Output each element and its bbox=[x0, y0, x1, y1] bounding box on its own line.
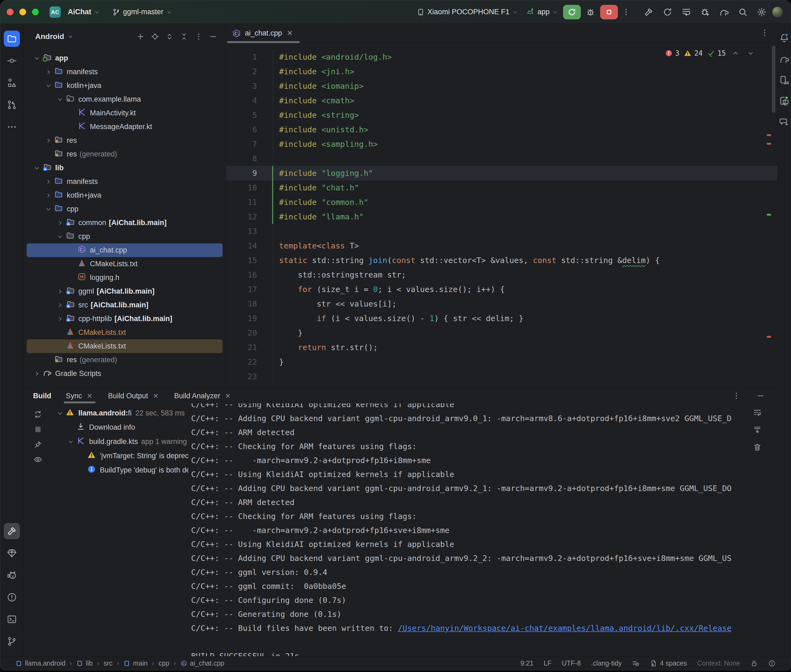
project-folder-tool-button[interactable] bbox=[4, 30, 20, 47]
code-line-4[interactable]: 4#include <cmath> bbox=[226, 93, 778, 108]
build-output-path-link[interactable]: /Users/hanyin/Workspace/ai-chat/examples… bbox=[398, 624, 732, 633]
code-line-9[interactable]: 9#include "logging.h" bbox=[226, 166, 778, 181]
status-unlock[interactable] bbox=[750, 660, 758, 667]
project-view-selector[interactable]: Android bbox=[34, 32, 75, 41]
code-line-14[interactable]: 14template<class T> bbox=[226, 238, 778, 253]
tree-item-logging-h[interactable]: logging.h bbox=[27, 271, 223, 285]
tree-item-kotlin-java[interactable]: kotlin+java bbox=[27, 189, 223, 202]
tree-item-gradle-scripts[interactable]: Gradle Scripts bbox=[27, 367, 223, 381]
notifications-tool-button[interactable] bbox=[778, 30, 790, 46]
code-line-8[interactable]: 8 bbox=[226, 151, 778, 166]
tree-item-cmakelists-txt[interactable]: CMakeLists.txt bbox=[27, 339, 223, 353]
tree-item-cpp[interactable]: cpp bbox=[27, 230, 223, 243]
code-line-6[interactable]: 6#include <unistd.h> bbox=[226, 122, 778, 137]
status-context-none[interactable]: Context: None bbox=[697, 659, 740, 667]
running-devices-tool-button[interactable] bbox=[778, 94, 790, 109]
editor-options-button[interactable] bbox=[759, 28, 770, 38]
terminal-tool-button[interactable] bbox=[4, 611, 20, 627]
tree-item-manifests[interactable]: manifests bbox=[27, 65, 223, 79]
breadcrumb-src[interactable]: src bbox=[104, 659, 112, 667]
pull-requests-tool-button[interactable] bbox=[4, 97, 20, 113]
kebab-button[interactable] bbox=[730, 390, 743, 402]
structure-tool-button[interactable] bbox=[4, 75, 20, 91]
status-9-21[interactable]: 9:21 bbox=[520, 659, 533, 667]
soft-wrap-button[interactable] bbox=[751, 406, 764, 419]
profiler-cat-tool-button[interactable] bbox=[4, 567, 20, 583]
previous-problem-button[interactable] bbox=[730, 49, 741, 57]
code-line-2[interactable]: 2#include <jni.h> bbox=[226, 64, 778, 79]
tree-item-cpp-httplib[interactable]: cpp-httplib[AiChat.lib.main] bbox=[27, 312, 223, 326]
build-tab-build-output[interactable]: Build Output✕ bbox=[106, 388, 162, 403]
settings-button[interactable] bbox=[754, 5, 769, 19]
code-line-11[interactable]: 11#include "common.h" bbox=[226, 195, 778, 210]
commit-tool-button[interactable] bbox=[4, 53, 20, 69]
breadcrumb-ai-chat-cpp[interactable]: Cai_chat.cpp bbox=[180, 659, 225, 667]
avatar[interactable] bbox=[772, 6, 783, 18]
code-line-15[interactable]: 15static std::string join(const std::vec… bbox=[226, 253, 778, 267]
change-stripe-mark[interactable] bbox=[767, 214, 771, 216]
device-selector[interactable]: Xiaomi POCOPHONE F1 bbox=[414, 6, 521, 18]
project-selector[interactable]: AiChat bbox=[65, 6, 103, 18]
code-line-20[interactable]: 20 } bbox=[226, 326, 778, 340]
eye-button[interactable] bbox=[32, 453, 44, 466]
build-tree-item-llama-android[interactable]: llama.android: fi22 sec, 583 ms bbox=[53, 406, 188, 420]
problems-tool-button[interactable] bbox=[4, 589, 20, 605]
profiler-button[interactable] bbox=[698, 5, 713, 19]
build-tab-build-analyzer[interactable]: Build Analyzer✕ bbox=[172, 388, 234, 403]
errors-indicator[interactable]: 3 bbox=[665, 49, 680, 57]
breadcrumb-lib[interactable]: lib bbox=[76, 659, 93, 667]
expand-all-button[interactable] bbox=[164, 30, 176, 43]
stop-square-button[interactable] bbox=[32, 423, 44, 436]
branch-selector[interactable]: ggml-master bbox=[109, 6, 175, 18]
close-tab-button[interactable]: ✕ bbox=[86, 392, 94, 400]
run-configuration-selector[interactable]: app bbox=[523, 5, 561, 19]
code-line-18[interactable]: 18 str << values[i]; bbox=[226, 297, 778, 311]
minimize-window-button[interactable] bbox=[19, 9, 26, 15]
tree-item-messageadapter-kt[interactable]: MessageAdapter.kt bbox=[27, 120, 223, 134]
minimize-button[interactable] bbox=[754, 390, 767, 402]
tree-item-cpp[interactable]: cpp bbox=[27, 202, 223, 216]
device-manager-tool-button[interactable] bbox=[778, 73, 790, 88]
more-tool-button[interactable] bbox=[4, 119, 20, 135]
version-control-tool-button[interactable] bbox=[4, 633, 20, 650]
run-configurations-button[interactable] bbox=[679, 5, 694, 19]
tree-item-kotlin-java[interactable]: kotlin+java bbox=[27, 79, 223, 93]
tree-item-lib[interactable]: lib bbox=[27, 161, 223, 175]
tree-item-ggml[interactable]: ggml[AiChat.lib.main] bbox=[27, 285, 223, 298]
gradle-tool-button[interactable] bbox=[778, 52, 790, 67]
code-line-5[interactable]: 5#include <string> bbox=[226, 108, 778, 122]
passed-indicator[interactable]: 15 bbox=[707, 49, 726, 57]
kebab-button[interactable] bbox=[193, 30, 205, 43]
locate-button[interactable] bbox=[149, 30, 161, 43]
warnings-indicator[interactable]: 24 bbox=[684, 49, 703, 57]
build-tree-item-download-info[interactable]: Download info bbox=[53, 420, 188, 435]
code-line-21[interactable]: 21 return str.str(); bbox=[226, 340, 778, 355]
gradle-button[interactable] bbox=[716, 5, 732, 19]
trash-button[interactable] bbox=[751, 441, 764, 453]
code-line-19[interactable]: 19 if (i < values.size() - 1) { str << d… bbox=[226, 311, 778, 326]
tree-item-ai-chat-cpp[interactable]: Cai_chat.cpp bbox=[27, 243, 223, 257]
status-lf[interactable]: LF bbox=[544, 659, 552, 667]
status-clang-tidy[interactable]: .clang-tidy bbox=[591, 659, 622, 667]
debug-button[interactable] bbox=[583, 5, 598, 19]
next-problem-button[interactable] bbox=[745, 49, 756, 57]
editor-scrollbar[interactable] bbox=[772, 45, 775, 113]
tree-item-cmakelists-txt[interactable]: CMakeLists.txt bbox=[27, 257, 223, 271]
error-stripe-mark[interactable] bbox=[767, 134, 771, 136]
close-tab-button[interactable]: ✕ bbox=[152, 392, 160, 400]
zoom-window-button[interactable] bbox=[32, 9, 39, 15]
code-line-3[interactable]: 3#include <iomanip> bbox=[226, 79, 778, 93]
hammer-tool-button[interactable] bbox=[4, 523, 20, 539]
tree-item-res[interactable]: res(generated) bbox=[27, 147, 223, 161]
plus-button[interactable] bbox=[134, 30, 147, 43]
gemini-tool-button[interactable] bbox=[778, 115, 790, 130]
error-stripe-mark[interactable] bbox=[767, 143, 771, 145]
breadcrumb-llama-android[interactable]: llama.android bbox=[15, 659, 66, 667]
code-line-22[interactable]: 22} bbox=[226, 355, 778, 369]
tree-item-com-example-llama[interactable]: com.example.llama bbox=[27, 93, 223, 106]
build-tab-sync[interactable]: Sync✕ bbox=[64, 388, 96, 403]
run-more-button[interactable] bbox=[620, 5, 632, 19]
tree-item-mainactivity-kt[interactable]: MainActivity.kt bbox=[27, 106, 223, 120]
tab-ai-chat-cpp[interactable]: C ai_chat.cpp ✕ bbox=[226, 24, 301, 43]
tree-item-res[interactable]: res(generated) bbox=[27, 353, 223, 367]
